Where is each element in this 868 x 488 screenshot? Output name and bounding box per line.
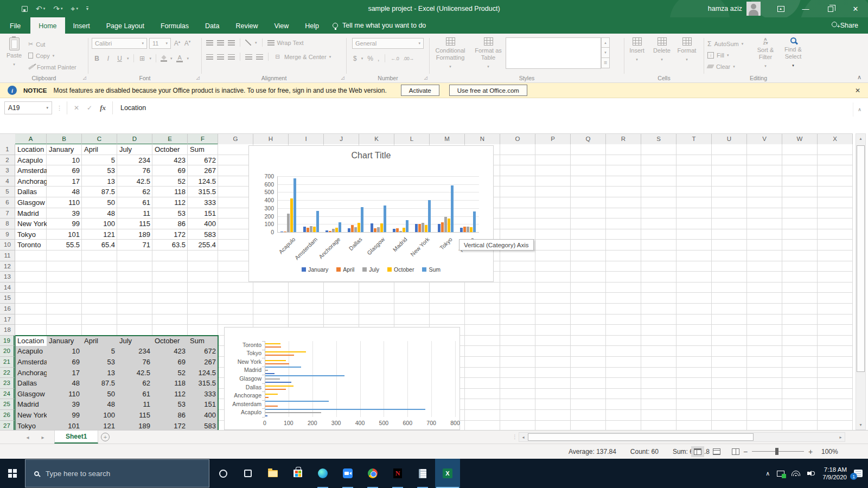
cell-A23[interactable]: Dallas [15, 378, 47, 389]
vertical-scrollbar-thumb[interactable] [857, 145, 865, 372]
row-header-17[interactable]: 17 [0, 314, 15, 325]
bar-chart[interactable]: 0100200300400500600700800TorontoTokyoNew… [224, 327, 460, 430]
cell-D8[interactable]: 115 [117, 219, 152, 229]
taskbar-notepad-button[interactable] [410, 459, 435, 488]
cell-D7[interactable]: 11 [117, 208, 152, 219]
row-header-19[interactable]: 19 [0, 336, 15, 346]
column-header-N[interactable]: N [465, 134, 500, 145]
cell-B25[interactable]: 39 [47, 399, 82, 410]
cell-C9[interactable]: 121 [82, 229, 117, 240]
cell-B6[interactable]: 110 [47, 197, 82, 208]
zoom-level[interactable]: 100% [821, 444, 838, 459]
column-header-I[interactable]: I [289, 134, 324, 145]
sheet-tab-sheet1[interactable]: Sheet1 [54, 431, 98, 444]
cell-C23[interactable]: 87.5 [82, 378, 117, 389]
cell-D23[interactable]: 62 [117, 378, 152, 389]
cell-F23[interactable]: 315.5 [188, 378, 218, 389]
cell-F1[interactable]: Sum [188, 144, 218, 155]
cell-F3[interactable]: 267 [188, 165, 218, 176]
tab-insert[interactable]: Insert [65, 17, 98, 34]
page-layout-view-button[interactable] [710, 446, 723, 457]
cell-C3[interactable]: 53 [82, 165, 117, 176]
cell-A25[interactable]: Madrid [15, 399, 47, 410]
cell-A24[interactable]: Glasgow [15, 389, 47, 400]
cell-B1[interactable]: January [47, 144, 82, 155]
row-header-9[interactable]: 9 [0, 229, 15, 240]
cell-C21[interactable]: 53 [82, 357, 117, 368]
column-header-W[interactable]: W [782, 134, 818, 145]
start-button[interactable] [0, 459, 25, 488]
customize-qat-icon[interactable]: ▾ [86, 7, 88, 11]
row-header-21[interactable]: 21 [0, 357, 15, 368]
insert-function-icon[interactable]: fx [100, 104, 106, 112]
formula-bar-splitter[interactable]: ⋮ [56, 105, 62, 112]
previous-sheet-icon[interactable]: ◂ [21, 431, 35, 444]
cell-B24[interactable]: 110 [47, 389, 82, 400]
activate-button[interactable]: Activate [401, 85, 439, 96]
taskbar-search[interactable] [25, 459, 209, 487]
row-header-23[interactable]: 23 [0, 378, 15, 389]
share-button[interactable]: Share [822, 17, 868, 34]
scroll-down-icon[interactable]: ▾ [856, 420, 865, 429]
restore-button[interactable] [818, 0, 843, 17]
cell-D19[interactable]: July [117, 336, 152, 346]
cell-C6[interactable]: 50 [82, 197, 117, 208]
tab-formulas[interactable]: Formulas [152, 17, 197, 34]
cell-E26[interactable]: 86 [152, 410, 188, 421]
cell-E27[interactable]: 172 [152, 421, 188, 430]
cell-B20[interactable]: 10 [47, 346, 82, 357]
taskbar-edge-button[interactable] [310, 459, 335, 488]
cell-E20[interactable]: 423 [152, 346, 188, 357]
clock[interactable]: 7:18 AM 7/9/2020 [822, 466, 847, 481]
horizontal-scrollbar-thumb[interactable] [528, 433, 754, 441]
cell-E21[interactable]: 69 [152, 357, 188, 368]
cell-B19[interactable]: January [47, 336, 82, 346]
scroll-right-icon[interactable]: ▸ [837, 433, 845, 441]
cell-D24[interactable]: 61 [117, 389, 152, 400]
cell-A9[interactable]: Tokyo [15, 229, 47, 240]
column-header-Q[interactable]: Q [571, 134, 606, 145]
cell-E6[interactable]: 112 [152, 197, 188, 208]
row-header-4[interactable]: 4 [0, 176, 15, 187]
cell-F2[interactable]: 672 [188, 155, 218, 166]
row-header-3[interactable]: 3 [0, 165, 15, 176]
row-header-18[interactable]: 18 [0, 325, 15, 336]
cell-D25[interactable]: 11 [117, 399, 152, 410]
column-chart[interactable]: Chart Title0100200300400500600700Acapulo… [248, 145, 494, 282]
cell-E10[interactable]: 63.5 [152, 240, 188, 251]
row-header-7[interactable]: 7 [0, 208, 15, 219]
notification-center-icon[interactable]: 1 [854, 470, 863, 477]
cell-A2[interactable]: Acapulo [15, 155, 47, 166]
column-header-T[interactable]: T [676, 134, 712, 145]
wifi-icon[interactable] [792, 471, 800, 476]
column-header-S[interactable]: S [641, 134, 676, 145]
cell-B5[interactable]: 48 [47, 187, 82, 197]
cell-D4[interactable]: 42.5 [117, 176, 152, 187]
cell-A27[interactable]: Tokyo [15, 421, 47, 430]
column-header-C[interactable]: C [82, 134, 117, 145]
taskbar-store-button[interactable] [285, 459, 310, 488]
tab-file[interactable]: File [0, 17, 30, 34]
cell-E9[interactable]: 172 [152, 229, 188, 240]
row-header-10[interactable]: 10 [0, 240, 15, 251]
column-header-B[interactable]: B [47, 134, 82, 145]
expand-formula-bar-icon[interactable]: ∧ [853, 102, 866, 117]
tab-review[interactable]: Review [227, 17, 266, 34]
tray-chevron-up-icon[interactable]: ∧ [765, 470, 770, 477]
tab-page-layout[interactable]: Page Layout [98, 17, 152, 34]
cell-B26[interactable]: 99 [47, 410, 82, 421]
cell-A1[interactable]: Location [15, 144, 47, 155]
cell-F24[interactable]: 333 [188, 389, 218, 400]
signed-in-user[interactable]: hamza aziz [708, 0, 742, 17]
column-header-H[interactable]: H [253, 134, 289, 145]
cell-F7[interactable]: 151 [188, 208, 218, 219]
row-header-1[interactable]: 1 [0, 144, 15, 155]
column-header-U[interactable]: U [712, 134, 747, 145]
cell-E19[interactable]: October [152, 336, 188, 346]
cell-A22[interactable]: Anchorage [15, 368, 47, 378]
column-header-J[interactable]: J [324, 134, 359, 145]
cell-C25[interactable]: 48 [82, 399, 117, 410]
cell-F9[interactable]: 583 [188, 229, 218, 240]
column-header-O[interactable]: O [500, 134, 535, 145]
row-header-8[interactable]: 8 [0, 219, 15, 229]
